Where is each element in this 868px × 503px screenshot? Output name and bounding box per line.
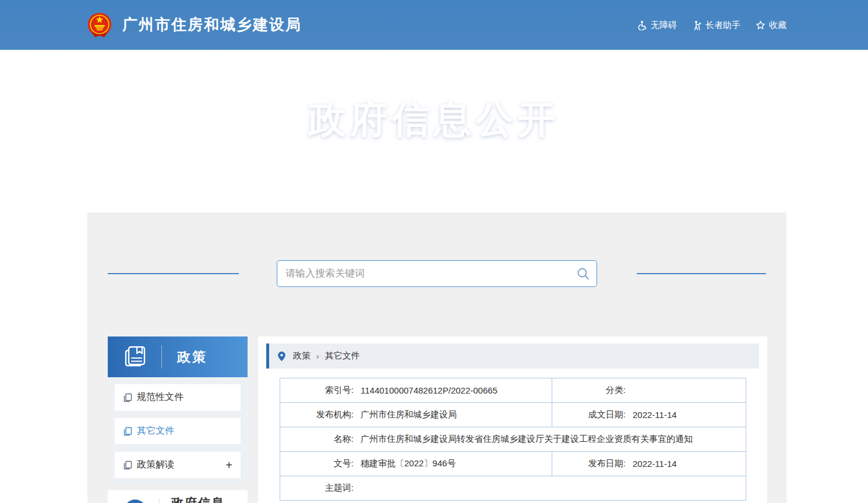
doc-number-label: 文号:	[280, 458, 354, 469]
table-row: 名称: 广州市住房和城乡建设局转发省住房城乡建设厅关于建设工程企业资质有关事宜的…	[280, 427, 746, 452]
content-wrapper: 政策 规范性文件 其它文件 政策解读 +	[87, 212, 786, 503]
table-row: 文号: 穗建审批〔2022〕946号 发布日期: 2022-11-14	[280, 452, 746, 476]
accessibility-label: 无障碍	[651, 20, 677, 31]
header-divider	[161, 345, 162, 369]
index-number-value: 11440100007482612P/2022-00665	[361, 385, 497, 395]
index-number-label: 索引号:	[280, 385, 354, 396]
search-button[interactable]	[570, 261, 597, 286]
sidebar: 政策 规范性文件 其它文件 政策解读 +	[108, 336, 248, 503]
sidebar-item-label: 政策解读	[137, 459, 174, 471]
sidebar-item-normative-files[interactable]: 规范性文件	[115, 384, 241, 410]
doc-number-value: 穗建审批〔2022〕946号	[361, 458, 456, 469]
table-row: 索引号: 11440100007482612P/2022-00665 分类:	[280, 378, 746, 403]
national-emblem-logo	[86, 12, 113, 38]
breadcrumb-separator: ›	[316, 352, 319, 361]
sidebar-item-policy-interpretation[interactable]: 政策解读 +	[115, 452, 241, 478]
category-label: 分类:	[552, 385, 626, 396]
agency-cell: 发布机构: 广州市住房和城乡建设局	[280, 403, 552, 427]
name-value: 广州市住房和城乡建设局转发省住房城乡建设厅关于建设工程企业资质有关事宜的通知	[361, 434, 693, 445]
header-divider	[159, 499, 160, 503]
left-decor-line	[108, 273, 239, 274]
agency-value: 广州市住房和城乡建设局	[361, 409, 457, 420]
elder-helper-link[interactable]: 长者助手	[692, 20, 740, 31]
document-icon	[123, 393, 132, 402]
document-icon	[123, 461, 132, 470]
sidebar-item-other-files[interactable]: 其它文件	[115, 418, 241, 444]
search-section	[87, 260, 786, 287]
name-label: 名称:	[280, 434, 354, 445]
favorite-link[interactable]: 收藏	[756, 20, 786, 31]
date-published-label: 发布日期:	[552, 458, 626, 469]
agency-label: 发布机构:	[280, 409, 354, 420]
date-written-cell: 成文日期: 2022-11-14	[552, 403, 746, 427]
topbar-links: 无障碍 长者助手 收藏	[637, 0, 786, 50]
sidebar-section-gov-info-title: 政府信息公开	[171, 495, 230, 503]
date-written-label: 成文日期:	[552, 409, 626, 420]
sidebar-section-policy-title: 政策	[177, 348, 207, 366]
date-published-cell: 发布日期: 2022-11-14	[552, 452, 746, 476]
book-icon	[123, 345, 147, 369]
date-published-value: 2022-11-14	[633, 459, 677, 469]
search-box	[277, 260, 597, 287]
breadcrumb: 政策 › 其它文件	[266, 343, 759, 369]
star-icon	[756, 20, 765, 30]
page-title: 政府信息公开	[0, 94, 868, 145]
top-bar: 广州市住房和城乡建设局 无障碍 长者助手 收藏	[0, 0, 868, 50]
document-icon	[123, 427, 132, 436]
search-input[interactable]	[277, 268, 570, 279]
accessibility-link[interactable]: 无障碍	[637, 20, 677, 31]
breadcrumb-item-policy[interactable]: 政策	[293, 350, 310, 362]
main-panel: 政策 › 其它文件 索引号: 11440100007482612P/2022-0…	[258, 336, 767, 503]
document-detail-table: 索引号: 11440100007482612P/2022-00665 分类: 发…	[280, 378, 746, 501]
elder-helper-label: 长者助手	[705, 20, 740, 31]
sidebar-item-label: 规范性文件	[137, 391, 184, 403]
table-row: 主题词:	[280, 476, 746, 501]
gov-info-circle-icon	[124, 500, 146, 503]
wheelchair-icon	[637, 20, 647, 30]
favorite-label: 收藏	[769, 20, 786, 31]
page-banner: 政府信息公开	[0, 51, 868, 212]
elder-icon	[692, 20, 702, 30]
right-decor-line	[637, 273, 766, 274]
site-title: 广州市住房和城乡建设局	[122, 15, 302, 35]
name-cell: 名称: 广州市住房和城乡建设局转发省住房城乡建设厅关于建设工程企业资质有关事宜的…	[280, 427, 746, 452]
sidebar-menu: 规范性文件 其它文件 政策解读 +	[108, 377, 248, 485]
search-icon	[577, 267, 590, 280]
keywords-cell: 主题词:	[280, 476, 746, 501]
sidebar-item-label: 其它文件	[137, 425, 174, 437]
expand-plus-icon[interactable]: +	[225, 459, 232, 471]
sidebar-section-gov-info[interactable]: 政府信息公开	[108, 490, 248, 503]
index-number-cell: 索引号: 11440100007482612P/2022-00665	[280, 378, 552, 403]
category-cell: 分类:	[552, 378, 746, 403]
breadcrumb-item-other-files[interactable]: 其它文件	[325, 350, 360, 362]
keywords-label: 主题词:	[280, 483, 354, 494]
location-pin-icon	[277, 351, 286, 362]
table-row: 发布机构: 广州市住房和城乡建设局 成文日期: 2022-11-14	[280, 403, 746, 427]
date-written-value: 2022-11-14	[633, 410, 677, 420]
doc-number-cell: 文号: 穗建审批〔2022〕946号	[280, 452, 552, 476]
sidebar-section-policy[interactable]: 政策	[108, 336, 248, 377]
